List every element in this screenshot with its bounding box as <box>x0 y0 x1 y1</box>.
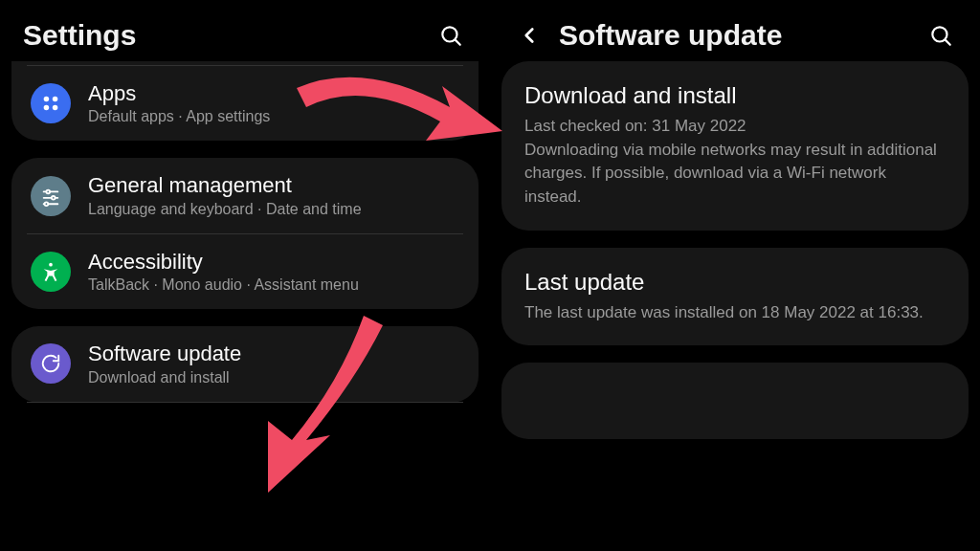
settings-item-text: Accessibility TalkBack · Mono audio · As… <box>88 250 459 294</box>
settings-group: General management Language and keyboard… <box>11 158 479 309</box>
settings-item-sub: Download and install <box>88 369 459 386</box>
software-update-screen: Software update Download and install Las… <box>490 0 980 551</box>
settings-group: Software update Download and install <box>11 326 479 402</box>
svg-point-3 <box>53 97 58 102</box>
section-sub: The last update was installed on 18 May … <box>524 301 946 325</box>
section-label: Download and install <box>524 82 946 109</box>
sliders-icon <box>31 176 71 216</box>
settings-item-label: Apps <box>88 81 459 106</box>
svg-point-11 <box>45 202 49 206</box>
empty-section <box>501 363 969 439</box>
settings-item-sub: Language and keyboard · Date and time <box>88 201 459 218</box>
settings-topbar: Settings <box>11 0 479 61</box>
back-button[interactable] <box>513 19 546 52</box>
section-sub: Last checked on: 31 May 2022 Downloading… <box>524 115 946 209</box>
chevron-left-icon <box>517 23 542 48</box>
settings-item-general-management[interactable]: General management Language and keyboard… <box>27 158 463 232</box>
settings-item-sub: TalkBack · Mono audio · Assistant menu <box>88 276 459 294</box>
settings-item-apps[interactable]: Apps Default apps · App settings <box>27 65 463 141</box>
search-button[interactable] <box>434 19 467 52</box>
svg-point-2 <box>44 97 50 102</box>
accessibility-icon <box>31 252 71 292</box>
settings-item-software-update[interactable]: Software update Download and install <box>27 326 463 402</box>
settings-item-text: General management Language and keyboard… <box>88 173 459 217</box>
svg-point-12 <box>49 263 53 267</box>
svg-point-7 <box>46 189 50 193</box>
search-icon <box>928 23 953 48</box>
settings-group: Apps Default apps · App settings <box>11 61 479 141</box>
svg-point-5 <box>53 105 58 111</box>
settings-item-text: Software update Download and install <box>88 342 459 386</box>
last-update[interactable]: Last update The last update was installe… <box>501 248 969 346</box>
settings-item-text: Apps Default apps · App settings <box>88 81 459 125</box>
svg-point-4 <box>44 105 50 111</box>
search-icon <box>438 23 463 48</box>
section-label: Last update <box>524 269 946 296</box>
svg-point-9 <box>52 196 56 200</box>
settings-screen: Settings Apps Default apps · App setting… <box>0 0 490 551</box>
download-and-install[interactable]: Download and install Last checked on: 31… <box>501 61 969 231</box>
software-update-topbar: Software update <box>501 0 969 61</box>
settings-item-label: General management <box>88 173 459 198</box>
svg-line-1 <box>456 40 460 45</box>
apps-icon <box>31 83 71 123</box>
software-update-title: Software update <box>559 19 911 52</box>
search-button[interactable] <box>924 19 957 52</box>
settings-item-accessibility[interactable]: Accessibility TalkBack · Mono audio · As… <box>27 233 463 309</box>
refresh-icon <box>31 343 71 384</box>
settings-item-sub: Default apps · App settings <box>88 108 459 125</box>
svg-line-14 <box>946 40 950 45</box>
settings-title: Settings <box>23 19 421 52</box>
settings-item-label: Accessibility <box>88 250 459 275</box>
settings-item-label: Software update <box>88 342 459 366</box>
